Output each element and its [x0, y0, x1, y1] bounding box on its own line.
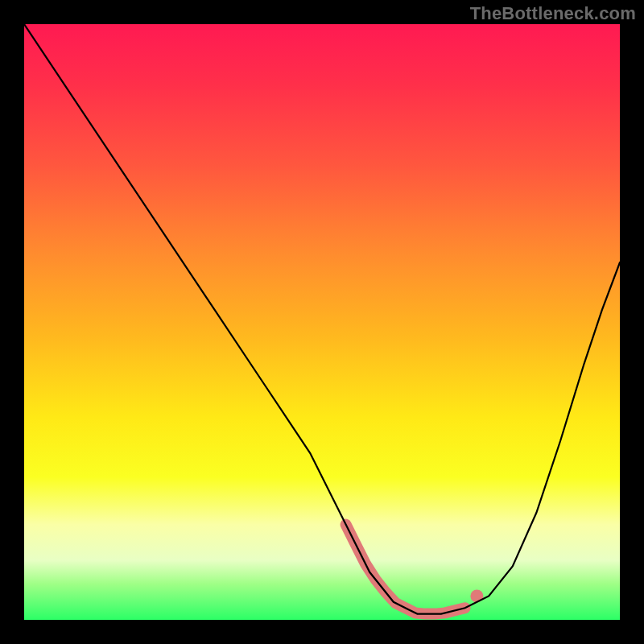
- watermark-text: TheBottleneck.com: [470, 3, 636, 24]
- bottleneck-curve: [24, 24, 620, 614]
- plot-area: [24, 24, 620, 620]
- curve-svg: [24, 24, 620, 620]
- chart-stage: TheBottleneck.com: [0, 0, 644, 644]
- optimal-region-highlight: [346, 525, 465, 614]
